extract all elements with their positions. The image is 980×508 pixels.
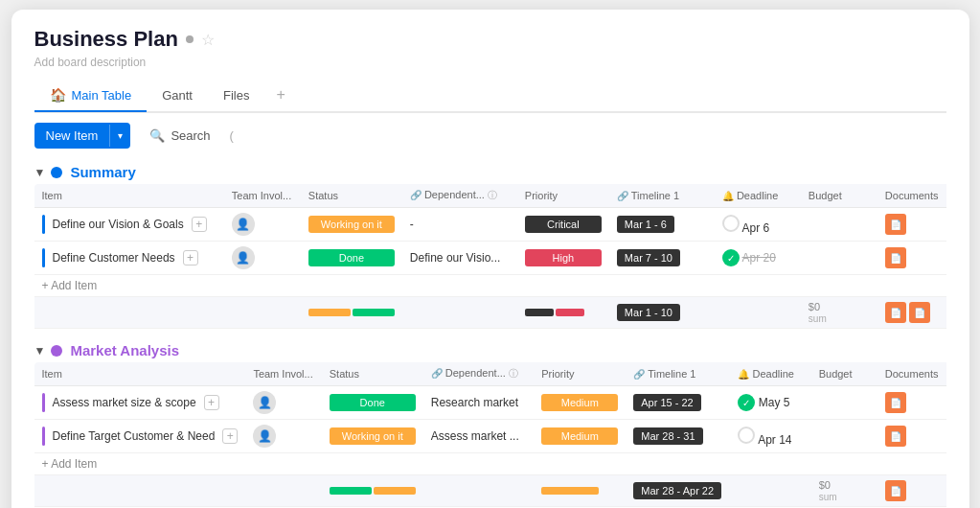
add-item-row[interactable]: + Add Item	[34, 275, 946, 297]
tab-main-table[interactable]: 🏠 Main Table	[34, 80, 148, 112]
row-timeline: Mar 28 - 31	[626, 420, 730, 453]
th-item: Item	[34, 362, 246, 386]
row-status[interactable]: Working on it	[322, 420, 423, 453]
dot-icon	[186, 35, 194, 43]
row-item: Define Customer Needs +	[34, 242, 224, 275]
row-priority[interactable]: Critical	[517, 208, 609, 242]
th-dep: 🔗 Dependent... ⓘ	[402, 184, 517, 208]
deadline-check-circle: ✓	[738, 394, 755, 411]
table-header-row: Item Team Invol... Status 🔗 Dependent...…	[34, 362, 946, 386]
group-summary-title: Summary	[70, 164, 135, 180]
title-row: Business Plan ☆	[34, 27, 946, 52]
summary-priority-bar	[517, 297, 609, 329]
row-budget	[811, 420, 877, 453]
th-timeline: 🔗 Timeline 1	[609, 184, 715, 208]
person-icon: 👤	[232, 246, 255, 269]
app-container: Business Plan ☆ Add board description 🏠 …	[11, 10, 969, 508]
row-budget	[801, 208, 877, 242]
toolbar-extra: (	[230, 128, 234, 143]
group-summary-color	[51, 167, 62, 178]
row-deadline: Apr 14	[730, 420, 810, 453]
group-market-title: Market Analysis	[70, 342, 179, 358]
summary-row: Mar 28 - Apr 22 $0 sum 📄	[34, 475, 946, 507]
deadline-empty-circle	[738, 427, 755, 444]
row-timeline: Mar 7 - 10	[609, 242, 715, 275]
tabs: 🏠 Main Table Gantt Files +	[34, 79, 946, 113]
th-documents: Documents	[877, 362, 946, 386]
summary-docs: 📄 📄	[877, 297, 946, 329]
th-team: Team Invol...	[245, 362, 321, 386]
th-deadline: 🔔 Deadline	[715, 184, 801, 208]
row-documents: 📄	[877, 386, 946, 420]
deadline-empty-circle	[722, 215, 740, 232]
row-team: 👤	[224, 242, 301, 275]
group-market-analysis-header: ▼ Market Analysis	[34, 336, 946, 362]
row-budget	[811, 386, 877, 420]
tab-gantt[interactable]: Gantt	[147, 81, 208, 112]
table-row: Define Target Customer & Need + 👤 Workin…	[34, 420, 946, 453]
star-icon[interactable]: ☆	[201, 31, 215, 49]
person-icon: 👤	[232, 213, 255, 236]
summary-empty	[34, 297, 301, 329]
row-timeline: Apr 15 - 22	[626, 386, 730, 420]
tab-main-table-label: Main Table	[72, 88, 132, 103]
th-status: Status	[301, 184, 402, 208]
doc-icon-2: 📄	[909, 302, 930, 323]
row-item: Define our Vision & Goals +	[34, 208, 224, 242]
row-timeline: Mar 1 - 6	[609, 208, 715, 242]
row-priority[interactable]: High	[517, 242, 609, 275]
add-item-label[interactable]: + Add Item	[34, 275, 946, 297]
th-budget: Budget	[801, 184, 877, 208]
table-row: Define Customer Needs + 👤 Done Define ou…	[34, 242, 946, 275]
row-item: Assess market size & scope +	[34, 386, 246, 420]
group-summary-header: ▼ Summary	[34, 158, 946, 184]
th-budget: Budget	[811, 362, 877, 386]
summary-dep-empty	[402, 297, 517, 329]
th-documents: Documents	[877, 184, 946, 208]
add-row-item-btn[interactable]: +	[222, 428, 238, 444]
row-documents: 📄	[877, 208, 946, 242]
group-summary-table: Item Team Invol... Status 🔗 Dependent...…	[34, 184, 946, 329]
home-icon: 🏠	[50, 87, 66, 103]
summary-deadline-empty	[730, 475, 810, 507]
person-icon: 👤	[253, 391, 276, 414]
tab-gantt-label: Gantt	[162, 88, 193, 103]
new-item-dropdown-arrow[interactable]: ▾	[109, 125, 130, 147]
row-item: Define Target Customer & Need +	[34, 420, 246, 453]
add-item-row[interactable]: + Add Item	[34, 453, 946, 475]
summary-status-bar	[322, 475, 423, 507]
row-status[interactable]: Done	[301, 242, 402, 275]
add-row-item-btn[interactable]: +	[204, 395, 219, 410]
search-button[interactable]: 🔍 Search	[138, 123, 221, 149]
row-dependency: Define our Visio...	[402, 242, 517, 275]
row-team: 👤	[224, 208, 301, 242]
row-dependency: Research market	[423, 386, 535, 420]
row-priority[interactable]: Medium	[534, 386, 626, 420]
th-priority: Priority	[534, 362, 626, 386]
group-summary: ▼ Summary Item Team Invol... Status 🔗 De…	[34, 158, 946, 329]
tab-files[interactable]: Files	[208, 81, 264, 112]
summary-deadline-empty	[715, 297, 801, 329]
group-market-toggle[interactable]: ▼	[34, 344, 46, 358]
summary-status-bar	[301, 297, 402, 329]
toolbar: New Item ▾ 🔍 Search (	[11, 113, 969, 158]
row-status[interactable]: Done	[322, 386, 423, 420]
group-summary-toggle[interactable]: ▼	[34, 166, 46, 179]
add-row-item-btn[interactable]: +	[183, 250, 198, 266]
board-description[interactable]: Add board description	[34, 56, 946, 69]
summary-timeline: Mar 28 - Apr 22	[626, 475, 730, 507]
summary-timeline: Mar 1 - 10	[609, 297, 715, 329]
add-tab-button[interactable]: +	[264, 79, 296, 111]
row-deadline: ✓ May 5	[730, 386, 810, 420]
row-priority[interactable]: Medium	[534, 420, 626, 453]
new-item-button[interactable]: New Item ▾	[34, 123, 131, 149]
add-row-item-btn[interactable]: +	[192, 217, 207, 232]
th-timeline: 🔗 Timeline 1	[626, 362, 730, 386]
row-status[interactable]: Working on it	[301, 208, 402, 242]
doc-icon: 📄	[885, 426, 906, 447]
summary-dep-empty	[423, 475, 535, 507]
row-documents: 📄	[877, 420, 946, 453]
summary-budget: $0 sum	[811, 475, 877, 507]
add-item-label[interactable]: + Add Item	[34, 453, 946, 475]
th-deadline: 🔔 Deadline	[730, 362, 810, 386]
